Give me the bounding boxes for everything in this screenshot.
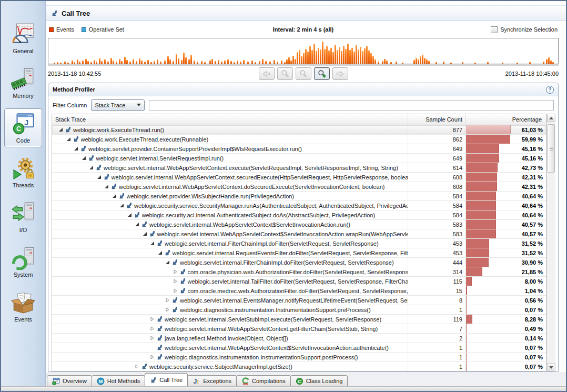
help-icon[interactable]: ?: [546, 86, 554, 94]
table-row[interactable]: weblogic.servlet.internal.FilterChainImp…: [52, 258, 546, 267]
tab-hot-methods[interactable]: MHot Methods: [92, 375, 145, 386]
synchronize-selection-checkbox[interactable]: [491, 26, 498, 33]
filter-column-dropdown[interactable]: Stack Trace: [91, 99, 145, 111]
timeline-bar: [230, 61, 232, 64]
tree-toggle[interactable]: [172, 269, 179, 275]
table-row[interactable]: weblogic.servlet.internal.WebAppServletC…: [52, 343, 546, 353]
table-row[interactable]: weblogic.servlet.provider.WlsSubjectHand…: [52, 192, 546, 201]
table-row[interactable]: weblogic.servlet.internal.WebAppServletC…: [52, 173, 546, 182]
tree-toggle[interactable]: [164, 298, 171, 303]
table-row[interactable]: weblogic.diagnostics.instrumentation.Ins…: [52, 353, 546, 362]
sample-count-cell: 584: [408, 201, 466, 210]
forward-button[interactable]: [332, 67, 348, 80]
vertical-scrollbar[interactable]: [546, 114, 555, 371]
sidebar-item-events[interactable]: Events: [4, 287, 42, 326]
method-name: weblogic.servlet.provider.WlsSubjectHand…: [127, 193, 295, 199]
column-header-sample-count[interactable]: Sample Count: [408, 114, 466, 125]
method-icon: [103, 174, 110, 180]
table-row[interactable]: weblogic.servlet.internal.EventsManager.…: [52, 296, 546, 305]
table-row[interactable]: com.oracle.physician.web.AuthorizationFi…: [52, 267, 546, 277]
sidebar-item-memory[interactable]: Memory: [4, 64, 42, 103]
table-row[interactable]: weblogic.servlet.internal.FilterChainImp…: [52, 239, 546, 248]
table-row[interactable]: weblogic.security.service.SecurityManage…: [52, 201, 546, 210]
synchronize-selection[interactable]: Synchronize Selection: [491, 26, 558, 33]
tree-toggle[interactable]: [103, 184, 110, 189]
table-row[interactable]: weblogic.servlet.internal.WebAppServletC…: [52, 229, 546, 239]
tree-toggle[interactable]: [164, 307, 171, 313]
tree-toggle[interactable]: [141, 232, 148, 237]
sidebar-item-threads[interactable]: Threads: [4, 153, 42, 192]
tree-toggle[interactable]: [149, 336, 156, 341]
tab-compilations[interactable]: 010Compilations: [236, 375, 291, 386]
table-row[interactable]: weblogic.servlet.internal.WebAppServletC…: [52, 182, 546, 192]
timeline-chart[interactable]: [48, 38, 559, 64]
percentage-bar: [466, 277, 472, 286]
table-row[interactable]: weblogic.servlet.provider.ContainerSuppo…: [52, 144, 546, 154]
tree-toggle[interactable]: [118, 203, 125, 208]
method-icon: [110, 184, 117, 190]
column-header-stack-trace[interactable]: Stack Trace: [52, 114, 408, 125]
memory-icon: [11, 66, 36, 92]
percentage-label: 42,31 %: [522, 173, 543, 182]
tree-toggle[interactable]: [172, 288, 179, 294]
tree-toggle[interactable]: [157, 250, 164, 256]
percentage-label: 59,99 %: [522, 135, 543, 144]
tree-toggle[interactable]: [96, 175, 103, 180]
tree-toggle[interactable]: [73, 146, 79, 152]
scrollbar-track[interactable]: [547, 122, 555, 363]
tree-toggle[interactable]: [88, 165, 95, 170]
table-row[interactable]: weblogic.servlet.internal.ServletStubImp…: [52, 315, 546, 324]
tab-class-loading[interactable]: CClass Loading: [290, 375, 348, 386]
tree-toggle[interactable]: [126, 213, 133, 218]
table-row[interactable]: weblogic.servlet.internal.WebAppServletC…: [52, 324, 546, 334]
sidebar-item-system[interactable]: System: [4, 243, 42, 282]
table-row[interactable]: weblogic.servlet.internal.ServletRequest…: [52, 154, 546, 163]
table-row[interactable]: weblogic.work.ExecuteThread.run()87761,0…: [52, 125, 546, 135]
back-button[interactable]: [259, 67, 275, 80]
table-row[interactable]: weblogic.security.service.SubjectManager…: [52, 362, 546, 371]
method-icon: [171, 297, 178, 304]
zoom-in-button[interactable]: [314, 67, 330, 80]
table-row[interactable]: weblogic.servlet.internal.WebAppServletC…: [52, 220, 546, 229]
sidebar-item-io[interactable]: I/O: [4, 198, 42, 237]
tab-exceptions[interactable]: J!Exceptions: [187, 375, 237, 386]
timeline-bar: [77, 59, 78, 64]
table-row[interactable]: weblogic.work.ExecuteThread.execute(Runn…: [52, 135, 546, 144]
tree-toggle[interactable]: [149, 355, 156, 360]
tree-toggle[interactable]: [164, 260, 171, 265]
zoom-selection-button[interactable]: [296, 67, 311, 80]
table-row[interactable]: weblogic.servlet.internal.WebAppServletC…: [52, 163, 546, 173]
percentage-label: 30,90 %: [522, 258, 543, 267]
scroll-down-button[interactable]: [547, 363, 555, 371]
table-row[interactable]: weblogic.diagnostics.instrumentation.Ins…: [52, 305, 546, 315]
timeline-bar: [60, 63, 62, 64]
percentage-cell: 40,64 %: [466, 210, 546, 219]
tree-toggle[interactable]: [134, 222, 140, 227]
scrollbar-thumb[interactable]: [548, 124, 555, 173]
main-area: Call Tree Interval: 2 min 4 s (all) Even…: [46, 1, 566, 386]
tree-toggle[interactable]: [134, 364, 140, 369]
filter-input[interactable]: [149, 100, 554, 110]
tab-call-tree[interactable]: Call Tree: [145, 373, 188, 386]
table-row[interactable]: weblogic.security.acl.internal.Authentic…: [52, 210, 546, 220]
tree-toggle[interactable]: [111, 194, 118, 199]
zoom-out-button[interactable]: [277, 67, 293, 80]
percentage-label: 1,04 %: [525, 286, 543, 295]
tab-overview[interactable]: Overview: [47, 375, 92, 386]
tree-toggle[interactable]: [149, 241, 156, 246]
column-header-percentage[interactable]: Percentage: [466, 114, 546, 125]
table-row[interactable]: java.lang.reflect.Method.invoke(Object, …: [52, 334, 546, 343]
tree-toggle[interactable]: [80, 156, 87, 161]
scroll-up-button[interactable]: [547, 114, 555, 122]
table-row[interactable]: com.oracle.medrec.web.AuthorizationFilte…: [52, 286, 546, 296]
tree-toggle[interactable]: [65, 137, 72, 142]
tree-toggle[interactable]: [149, 317, 156, 322]
tree-toggle[interactable]: [149, 326, 156, 331]
tree-toggle[interactable]: [57, 127, 64, 133]
sidebar-item-code[interactable]: JCCode: [4, 108, 42, 147]
tree-toggle[interactable]: [172, 279, 179, 284]
percentage-cell: 0,07 %: [466, 353, 546, 361]
table-row[interactable]: weblogic.servlet.internal.RequestEventsF…: [52, 248, 546, 258]
table-row[interactable]: weblogic.servlet.internal.TailFilter.doF…: [52, 277, 546, 286]
sidebar-item-general[interactable]: General: [4, 19, 42, 58]
